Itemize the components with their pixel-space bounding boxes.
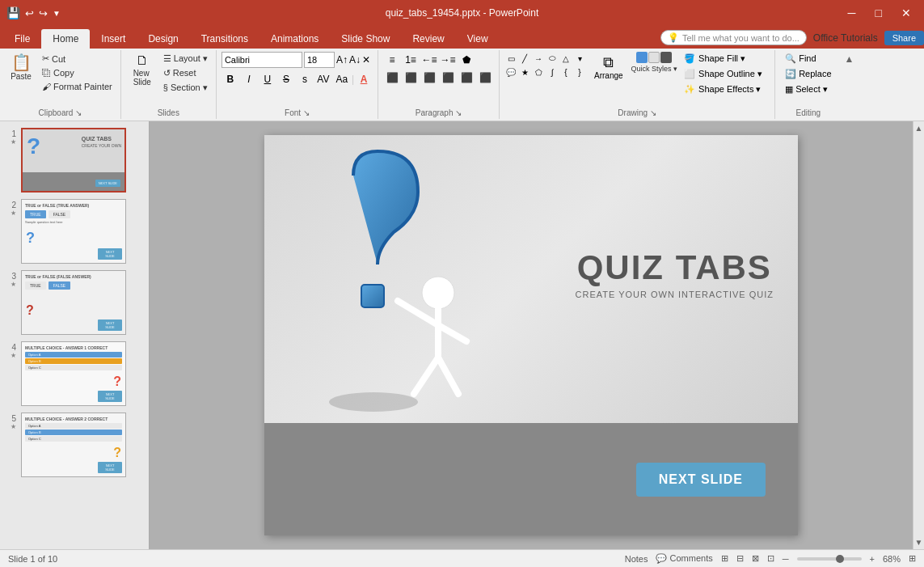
- slide-bottom-section: NEXT SLIDE: [264, 423, 798, 535]
- pentagon-shape[interactable]: ⬠: [532, 66, 545, 78]
- section-button[interactable]: § Section ▾: [160, 81, 211, 95]
- rectangle-shape[interactable]: ▭: [504, 52, 517, 65]
- zoom-in-button[interactable]: +: [870, 554, 875, 564]
- fit-slide-button[interactable]: ⊞: [909, 553, 916, 564]
- new-slide-button[interactable]: 🗋 NewSlide: [126, 52, 158, 89]
- italic-button[interactable]: I: [240, 71, 258, 87]
- shape-effects-button[interactable]: ✨Shape Effects ▾: [681, 83, 770, 96]
- callout-shape[interactable]: 💬: [504, 66, 517, 78]
- tab-slideshow[interactable]: Slide Show: [330, 29, 401, 49]
- arrange-button[interactable]: ⧉ Arrange: [589, 52, 628, 83]
- decrease-indent-button[interactable]: ←≡: [420, 52, 438, 68]
- line-shape[interactable]: ╱: [518, 52, 531, 65]
- cut-button[interactable]: ✂ Cut: [39, 52, 116, 66]
- more-shapes[interactable]: ▾: [573, 52, 586, 65]
- tab-insert[interactable]: Insert: [90, 29, 137, 49]
- slide-view-button[interactable]: ⊟: [736, 553, 744, 564]
- smartart-button[interactable]: ⬟: [458, 52, 475, 68]
- slide-thumb-2[interactable]: 2 ★ TRUE or FALSE (TRUE ANSWER) TRUE FAL…: [3, 197, 146, 265]
- tab-animations[interactable]: Animations: [259, 29, 330, 49]
- strikethrough-button[interactable]: S: [277, 71, 295, 87]
- svg-line-4: [438, 325, 466, 341]
- bracket-shape[interactable]: {: [559, 66, 572, 78]
- office-tutorials-button[interactable]: Office Tutorials: [813, 32, 878, 44]
- font-size-input[interactable]: [304, 52, 335, 68]
- slide-num-3: 3: [5, 272, 16, 281]
- zoom-slider[interactable]: [797, 557, 862, 561]
- align-right-button[interactable]: ⬛: [420, 70, 438, 86]
- tab-transitions[interactable]: Transitions: [190, 29, 259, 49]
- align-center-button[interactable]: ⬛: [402, 70, 420, 86]
- tab-view[interactable]: View: [456, 29, 500, 49]
- triangle-shape[interactable]: △: [559, 52, 572, 65]
- find-button[interactable]: 🔍 Find: [780, 52, 836, 66]
- layout-button[interactable]: ☰ Layout ▾: [160, 52, 211, 66]
- tab-design[interactable]: Design: [137, 29, 189, 49]
- format-painter-button[interactable]: 🖌 Format Painter: [39, 80, 116, 93]
- numbering-button[interactable]: 1≡: [402, 52, 420, 68]
- notes-button[interactable]: Notes: [625, 554, 648, 564]
- collapse-ribbon-button[interactable]: ▲: [845, 53, 854, 65]
- undo-icon[interactable]: ↩: [25, 7, 34, 19]
- shadow-button[interactable]: s: [296, 71, 314, 87]
- scroll-up-arrow[interactable]: ▲: [913, 121, 924, 135]
- title-bar-left: 💾 ↩ ↪ ▼: [6, 6, 61, 19]
- increase-font-button[interactable]: A↑: [336, 54, 348, 66]
- replace-button[interactable]: 🔄 Replace: [780, 67, 836, 81]
- status-right: Notes 💬 Comments ⊞ ⊟ ⊠ ⊡ ─ + 68% ⊞: [625, 553, 916, 564]
- restore-button[interactable]: □: [869, 5, 888, 21]
- justify-button[interactable]: ⬛: [439, 70, 457, 86]
- slide-thumb-1[interactable]: 1 ★ QUIZ TABSCREATE YOUR OWN NEXT SLIDE …: [3, 126, 146, 194]
- thumb-content-5: MULTIPLE CHOICE - ANSWER 2 CORRECT Optio…: [22, 413, 125, 476]
- bold-button[interactable]: B: [222, 71, 239, 87]
- clear-format-button[interactable]: ✕: [362, 54, 370, 66]
- char-spacing-button[interactable]: AV: [314, 71, 332, 87]
- reading-view-button[interactable]: ⊠: [752, 553, 759, 564]
- shape-outline-button[interactable]: ⬜Shape Outline ▾: [681, 67, 770, 81]
- shape-fill-button[interactable]: 🪣Shape Fill ▾: [681, 52, 770, 66]
- change-case-button[interactable]: Aa: [333, 71, 351, 87]
- direction-button[interactable]: ⬛: [476, 70, 494, 86]
- zoom-level: 68%: [883, 554, 901, 564]
- tell-me-input[interactable]: 💡 Tell me what you want to do...: [660, 30, 807, 45]
- scroll-down-arrow[interactable]: ▼: [913, 535, 924, 549]
- font-name-input[interactable]: [222, 52, 302, 68]
- clipboard-content: 📋 Paste ✂ Cut ⿻ Copy 🖌 Format Painter: [5, 52, 116, 107]
- increase-indent-button[interactable]: →≡: [439, 52, 457, 68]
- align-left-button[interactable]: ⬛: [383, 70, 401, 86]
- close-button[interactable]: ✕: [895, 5, 918, 21]
- slide-thumb-3[interactable]: 3 ★ TRUE or FALSE (FALSE ANSWER) TRUE FA…: [3, 269, 146, 336]
- columns-button[interactable]: ⬛: [458, 70, 475, 86]
- copy-button[interactable]: ⿻ Copy: [39, 66, 116, 79]
- decrease-font-button[interactable]: A↓: [349, 54, 361, 66]
- customize-icon[interactable]: ▼: [53, 9, 61, 18]
- reset-button[interactable]: ↺ Reset: [160, 66, 211, 80]
- minimize-button[interactable]: ─: [842, 5, 863, 21]
- tab-review[interactable]: Review: [401, 29, 455, 49]
- redo-icon[interactable]: ↪: [39, 7, 48, 19]
- save-icon[interactable]: 💾: [6, 6, 20, 19]
- slide-show-button[interactable]: ⊡: [767, 553, 774, 564]
- oval-shape[interactable]: ⬭: [546, 52, 559, 65]
- bullets-button[interactable]: ≡: [383, 52, 401, 68]
- star-shape[interactable]: ★: [518, 66, 531, 78]
- ribbon: 📋 Paste ✂ Cut ⿻ Copy 🖌 Format Painter Cl…: [0, 49, 924, 121]
- quick-styles-label: Quick Styles ▾: [631, 65, 678, 73]
- select-button[interactable]: ▦ Select ▾: [780, 83, 836, 96]
- slide-thumb-5[interactable]: 5 ★ MULTIPLE CHOICE - ANSWER 2 CORRECT O…: [3, 411, 146, 479]
- next-slide-button[interactable]: NEXT SLIDE: [636, 463, 766, 497]
- brace-shape[interactable]: }: [573, 66, 586, 78]
- curve-shape[interactable]: ∫: [546, 66, 559, 78]
- thumb-next-5: NEXT SLIDE: [98, 462, 122, 473]
- tab-home[interactable]: Home: [41, 29, 90, 49]
- normal-view-button[interactable]: ⊞: [721, 553, 728, 564]
- paste-button[interactable]: 📋 Paste: [5, 52, 37, 83]
- underline-button[interactable]: U: [259, 71, 276, 87]
- comments-button[interactable]: 💬 Comments: [656, 553, 712, 564]
- font-color-button[interactable]: A: [355, 71, 373, 87]
- share-button[interactable]: Share: [884, 31, 924, 45]
- slide-thumb-4[interactable]: 4 ★ MULTIPLE CHOICE - ANSWER 1 CORRECT O…: [3, 340, 146, 408]
- arrow-shape[interactable]: →: [532, 52, 545, 65]
- zoom-out-button[interactable]: ─: [783, 554, 789, 564]
- tab-file[interactable]: File: [3, 29, 41, 49]
